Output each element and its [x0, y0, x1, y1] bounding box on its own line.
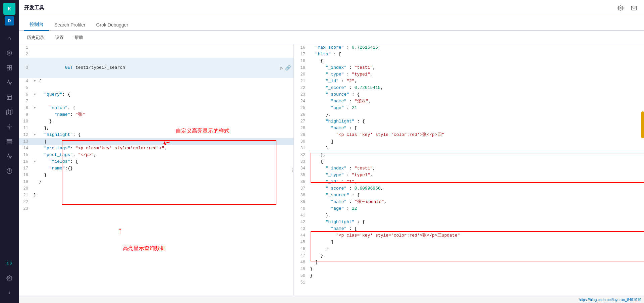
- editor-line-21: 21 }: [19, 192, 293, 199]
- editor-line-3: 3 GET test1/type1/_search ▷ 🔗: [19, 58, 293, 78]
- sidebar-item-maps[interactable]: [3, 105, 16, 119]
- editor-line-22: 22: [19, 199, 293, 205]
- output-line-34: 34 "_index" : "test1",: [294, 165, 644, 172]
- svg-rect-6: [7, 95, 12, 100]
- output-line-17: 17 "hits" : [: [294, 51, 644, 58]
- toolbar: 历史记录 设置 帮助: [19, 31, 644, 44]
- top-bar: 开发工具: [19, 0, 644, 16]
- sidebar-item-infrastructure[interactable]: [3, 135, 16, 148]
- editor-line-9: 9 "name": "张": [19, 111, 293, 118]
- editor-panel: 1 2 3 GET test1/type1/_search ▷ 🔗: [19, 44, 294, 296]
- output-line-44: 44 "<p clas='key' style='color:red'>张</p…: [294, 232, 644, 239]
- output-line-37: 37 "_score" : 0.60996956,: [294, 185, 644, 192]
- output-line-50: 50 }: [294, 272, 644, 279]
- output-line-32: 32 },: [294, 152, 644, 158]
- tab-grok-debugger[interactable]: Grok Debugger: [91, 19, 134, 31]
- sidebar-item-home[interactable]: ⌂: [3, 32, 16, 45]
- sidebar-item-management[interactable]: [3, 271, 16, 285]
- line-3-actions: ▷ 🔗: [280, 65, 293, 71]
- output-line-45: 45 ]: [294, 239, 644, 246]
- output-line-30: 30 ]: [294, 138, 644, 145]
- tab-search-profiler[interactable]: Search Profiler: [49, 19, 91, 31]
- editor-line-13: 13 |: [19, 138, 293, 145]
- editor-line-19: 19 }: [19, 179, 293, 185]
- output-line-28: 28 "name" : [: [294, 125, 644, 132]
- editor-line-5: 5: [19, 85, 293, 91]
- copy-as-curl-icon[interactable]: 🔗: [285, 65, 291, 71]
- editor-line-10: 10 }: [19, 118, 293, 125]
- editor-line-20: 20: [19, 185, 293, 192]
- output-line-27: 27 "highlight" : {: [294, 118, 644, 125]
- editor-line-2: 2: [19, 51, 293, 58]
- editor-line-12: 12 ▾ "highlight": {: [19, 132, 293, 138]
- svg-rect-12: [7, 141, 12, 142]
- output-line-25: 25 "age" : 21: [294, 105, 644, 111]
- svg-marker-7: [7, 110, 12, 115]
- output-line-21: 21 "_id" : "2",: [294, 78, 644, 85]
- output-line-20: 20 "_type" : "type1",: [294, 71, 644, 78]
- svg-point-15: [620, 7, 622, 9]
- svg-rect-3: [10, 65, 12, 67]
- output-line-51: 51: [294, 279, 644, 286]
- tab-console[interactable]: 控制台: [24, 19, 49, 31]
- sidebar-item-dashboard[interactable]: [3, 61, 16, 74]
- editor-line-1: 1: [19, 44, 293, 51]
- output-line-29: 29 "<p clas='key' style='color:red'>张</p…: [294, 132, 644, 138]
- top-bar-icons: [616, 3, 639, 13]
- output-line-22: 22 "_score" : 0.72615415,: [294, 85, 644, 91]
- user-badge[interactable]: D: [5, 16, 14, 26]
- output-line-26: 26 },: [294, 111, 644, 118]
- output-line-49: 49 }: [294, 266, 644, 272]
- output-line-43: 43 "name" : [: [294, 225, 644, 232]
- output-line-39: 39 "name" : "张三update",: [294, 199, 644, 205]
- output-line-42: 42 "highlight" : {: [294, 219, 644, 225]
- annotation-label-bottom: 高亮显示查询数据: [123, 245, 166, 252]
- sidebar-item-ml[interactable]: [3, 120, 16, 134]
- svg-rect-4: [7, 68, 9, 70]
- sidebar-item-discover[interactable]: [3, 46, 16, 60]
- sidebar-item-collapse[interactable]: [3, 286, 16, 300]
- output-line-48: 48 ]: [294, 259, 644, 266]
- status-bar: https://blog.csdn.net/luyaran_8491919: [19, 296, 644, 303]
- sidebar-item-devtools[interactable]: [3, 257, 16, 270]
- sidebar-item-canvas[interactable]: [3, 91, 16, 104]
- editor-line-11: 11 },: [19, 125, 293, 132]
- run-icon[interactable]: ▷: [280, 65, 283, 71]
- sidebar-item-visualize[interactable]: [3, 76, 16, 89]
- annotation-label-top: 自定义高亮显示的样式: [176, 128, 229, 135]
- editor-line-17: 17 "name":{}: [19, 165, 293, 172]
- output-line-36: 36 "_id" : "1",: [294, 179, 644, 185]
- output-line-40: 40 "age" : 22: [294, 205, 644, 212]
- output-scrollbar[interactable]: [641, 111, 644, 138]
- settings-button[interactable]: 设置: [52, 33, 66, 42]
- editor-line-16: 16 ▾ "fields": {: [19, 158, 293, 165]
- output-line-47: 47 }: [294, 252, 644, 259]
- svg-rect-2: [7, 65, 9, 67]
- editor-line-7: 7: [19, 98, 293, 105]
- svg-point-1: [9, 52, 10, 54]
- editor-content[interactable]: 1 2 3 GET test1/type1/_search ▷ 🔗: [19, 44, 293, 296]
- svg-rect-11: [7, 139, 12, 140]
- sidebar-item-apm[interactable]: [3, 150, 16, 163]
- editor-line-14: 14 "pre_tags": "<p clas='key' style='col…: [19, 145, 293, 152]
- history-button[interactable]: 历史记录: [24, 33, 47, 42]
- sidebar: K D ⌂: [0, 0, 19, 303]
- app-logo[interactable]: K: [3, 3, 15, 15]
- svg-rect-5: [10, 68, 12, 70]
- editor-line-23: 23: [19, 205, 293, 212]
- panel-resize-handle[interactable]: ⋮: [291, 163, 293, 177]
- output-line-24: 24 "name" : "张四",: [294, 98, 644, 105]
- settings-icon[interactable]: [616, 3, 625, 13]
- sidebar-item-uptime[interactable]: [3, 164, 16, 178]
- help-button[interactable]: 帮助: [72, 33, 86, 42]
- arrow-bottom-icon: ↑: [118, 225, 122, 236]
- output-line-35: 35 "_type" : "type1",: [294, 172, 644, 179]
- output-line-46: 46 }: [294, 246, 644, 252]
- svg-point-0: [7, 51, 12, 55]
- mail-icon[interactable]: [629, 3, 639, 13]
- editor-line-8: 8 ▾ "match": {: [19, 105, 293, 111]
- editor-line-18: 18 }: [19, 172, 293, 179]
- tab-bar: 控制台 Search Profiler Grok Debugger: [19, 16, 644, 31]
- app-title: 开发工具: [24, 5, 44, 11]
- output-line-23: 23 "_source" : {: [294, 91, 644, 98]
